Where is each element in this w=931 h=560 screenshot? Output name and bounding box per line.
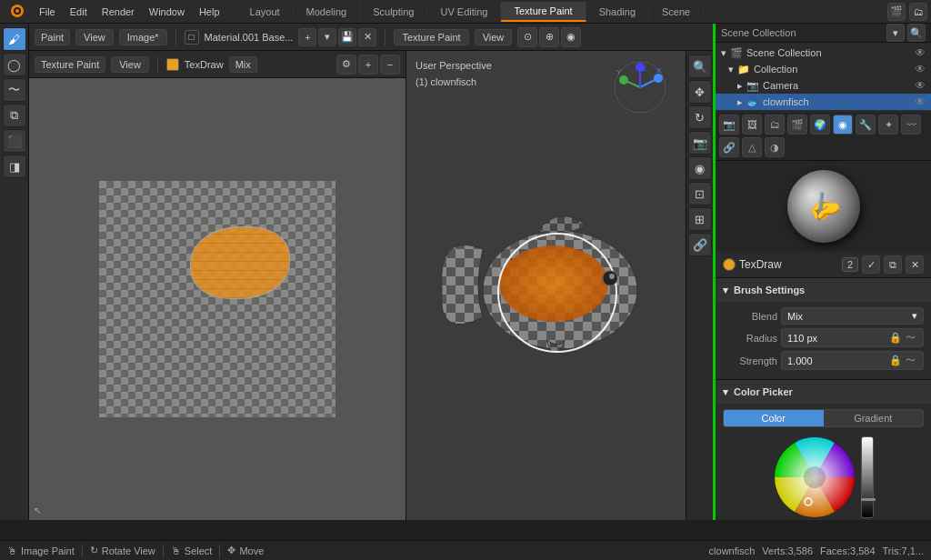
view-layer-dropdown[interactable]: 🗂: [909, 3, 927, 21]
tab-layout[interactable]: Layout: [237, 3, 294, 21]
brush-close-btn[interactable]: ✕: [906, 255, 924, 274]
strength-input[interactable]: 1.000 🔒 〜: [781, 351, 924, 370]
radius-lock-icon[interactable]: 🔒: [887, 332, 904, 344]
prop-particle[interactable]: ✦: [878, 115, 898, 135]
img-zoom-in[interactable]: +: [358, 55, 378, 75]
viewport-snap[interactable]: 🔗: [688, 233, 712, 256]
brush-settings-header[interactable]: ▾ Brush Settings: [716, 278, 931, 302]
prop-world[interactable]: 🌍: [810, 115, 830, 135]
strength-curve-icon[interactable]: 〜: [904, 354, 917, 367]
outliner-search[interactable]: 🔍: [907, 24, 926, 42]
browse-icon[interactable]: ▾: [318, 28, 336, 46]
tab-texture-paint[interactable]: Texture Paint: [501, 2, 586, 22]
image-btn[interactable]: Image*: [119, 29, 167, 45]
img-settings[interactable]: ⚙: [336, 55, 356, 75]
faces-status: Faces:3,584: [820, 545, 876, 556]
outliner-title: Scene Collection: [721, 27, 796, 38]
prop-data[interactable]: △: [742, 137, 762, 157]
tex-paint-dropdown[interactable]: Texture Paint: [35, 56, 105, 73]
clone-tool[interactable]: ⧉: [3, 104, 26, 127]
tab-sculpting[interactable]: Sculpting: [360, 3, 427, 21]
gizmo: X Y Z: [613, 60, 667, 115]
viewport-zoom[interactable]: 🔍: [688, 55, 712, 78]
camera-eye[interactable]: 👁: [915, 79, 926, 92]
scene-coll-eye[interactable]: 👁: [915, 46, 926, 59]
outliner-filter[interactable]: ▾: [886, 24, 905, 42]
scene-coll-arrow: ▾: [721, 47, 726, 59]
viewport-grid[interactable]: ⊞: [688, 207, 712, 231]
paint-mode-dropdown[interactable]: Paint: [35, 29, 70, 45]
color-wheel[interactable]: [774, 436, 856, 518]
prop-object[interactable]: ◉: [833, 115, 853, 135]
tab-shading[interactable]: Shading: [586, 3, 649, 21]
render-toggle[interactable]: ◉: [561, 27, 581, 47]
svg-point-19: [654, 74, 663, 83]
color-picker-header[interactable]: ▾ Color Picker: [716, 380, 931, 404]
viewport-camera[interactable]: 📷: [688, 131, 712, 155]
color-picker-content: Color Gradient: [716, 404, 931, 520]
svg-point-22: [619, 75, 628, 85]
fill-tool[interactable]: ⬛: [3, 129, 26, 153]
tab-scene[interactable]: Scene: [649, 3, 704, 21]
blender-menu[interactable]: [4, 1, 31, 23]
file-menu[interactable]: File: [33, 4, 62, 20]
edit-menu[interactable]: Edit: [64, 4, 94, 20]
outliner-collection[interactable]: ▾ 📁 Collection 👁: [716, 61, 931, 77]
viewport-render-preview[interactable]: ◉: [688, 156, 712, 180]
left-panel-header: Paint View Image* □ Material.001 Base...…: [29, 24, 713, 51]
save-icon[interactable]: 💾: [338, 28, 356, 46]
view3d-btn[interactable]: View: [475, 29, 513, 45]
window-menu[interactable]: Window: [143, 4, 191, 20]
smear-tool[interactable]: 〜: [3, 78, 26, 102]
strength-label: Strength: [723, 355, 777, 366]
brush-settings-arrow: ▾: [723, 285, 728, 296]
draw-tool[interactable]: 🖌: [3, 27, 26, 51]
img-view-btn[interactable]: View: [111, 56, 149, 73]
prop-render[interactable]: 📷: [719, 115, 739, 135]
view-btn[interactable]: View: [75, 29, 114, 45]
close-icon[interactable]: ✕: [358, 28, 376, 46]
image-viewport-content[interactable]: ↖: [29, 78, 405, 520]
help-menu[interactable]: Help: [193, 4, 226, 20]
value-slider[interactable]: [861, 436, 874, 518]
viewport-3d-content[interactable]: User Perspective (1) clownfisch: [406, 51, 713, 520]
brush-color-dot[interactable]: [723, 258, 736, 271]
viewport-rotate-view[interactable]: ↻: [688, 105, 712, 129]
prop-physics[interactable]: 〰: [901, 115, 921, 135]
strength-lock-icon[interactable]: 🔒: [887, 355, 904, 366]
img-blend-dropdown[interactable]: Mix: [229, 56, 257, 73]
brush-check-btn[interactable]: ✓: [862, 255, 880, 274]
soften-tool[interactable]: ◯: [3, 53, 26, 76]
radius-curve-icon[interactable]: 〜: [904, 331, 917, 345]
color-tab-color[interactable]: Color: [724, 410, 824, 426]
viewport-local[interactable]: ⊡: [688, 182, 712, 205]
outliner-clownfisch[interactable]: ▸ 🐟 clownfisch 👁: [716, 94, 931, 110]
prop-material[interactable]: ◑: [765, 137, 785, 157]
tab-uv-editing[interactable]: UV Editing: [427, 3, 501, 21]
camera-ortho[interactable]: ⊙: [517, 27, 537, 47]
blend-dropdown[interactable]: Mix ▾: [781, 307, 924, 325]
collection-eye[interactable]: 👁: [915, 63, 926, 75]
prop-modifier[interactable]: 🔧: [856, 115, 876, 135]
render-menu[interactable]: Render: [95, 4, 141, 20]
viewport-right-tools: 🔍 ✥ ↻ 📷 ◉ ⊡ ⊞ 🔗: [686, 51, 713, 520]
overlay-toggle[interactable]: ⊕: [539, 27, 559, 47]
clownfisch-eye[interactable]: 👁: [915, 95, 926, 108]
viewport-pan[interactable]: ✥: [688, 80, 712, 104]
tab-modeling[interactable]: Modeling: [294, 3, 361, 21]
texture-paint-btn[interactable]: Texture Paint: [394, 29, 468, 45]
prop-view-layer[interactable]: 🗂: [765, 115, 785, 135]
prop-scene[interactable]: 🎬: [787, 115, 807, 135]
img-zoom-out[interactable]: −: [380, 55, 400, 75]
brush-copy-btn[interactable]: ⧉: [884, 255, 902, 274]
checker-background: [99, 181, 335, 417]
radius-input[interactable]: 110 px 🔒 〜: [781, 328, 924, 347]
add-icon[interactable]: +: [298, 28, 316, 46]
outliner-camera[interactable]: ▸ 📷 Camera 👁: [716, 77, 931, 94]
color-tab-gradient[interactable]: Gradient: [824, 410, 924, 426]
outliner-scene-collection[interactable]: ▾ 🎬 Scene Collection 👁: [716, 45, 931, 61]
prop-output[interactable]: 🖼: [742, 115, 762, 135]
prop-constraint[interactable]: 🔗: [719, 137, 739, 157]
mask-tool[interactable]: ◨: [3, 155, 26, 178]
scene-dropdown[interactable]: 🎬: [887, 3, 906, 21]
